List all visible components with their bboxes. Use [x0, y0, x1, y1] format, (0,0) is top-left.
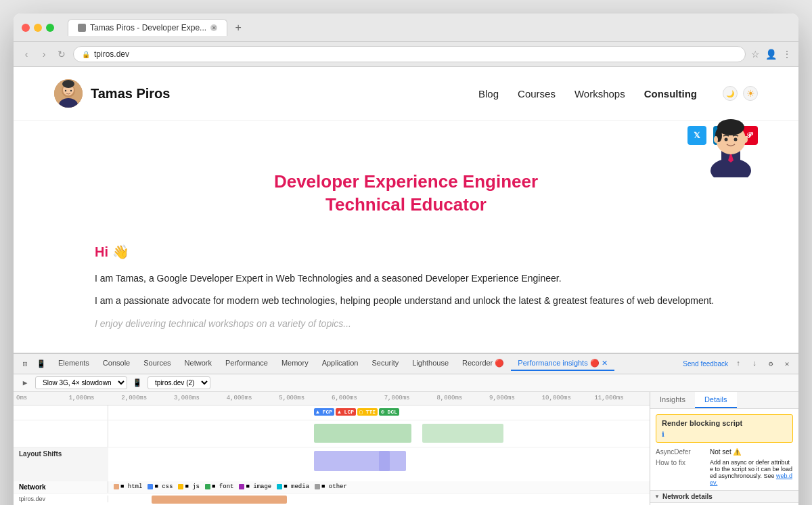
net-bar: [152, 496, 287, 504]
devtools-responsive-icon[interactable]: 📱: [35, 357, 47, 370]
tab-performance[interactable]: Performance: [219, 357, 275, 371]
ruler-marks: 0ms 1,000ms 2,000ms 3,000ms 4,000ms 5,00…: [14, 395, 650, 401]
close-button[interactable]: [22, 24, 30, 32]
intro-paragraph-1: I am Tamas, a Google Developer Expert in…: [95, 271, 717, 287]
legend-css-dot: [148, 484, 153, 489]
mark-8000ms: 8,000ms: [436, 395, 489, 401]
tab-sources[interactable]: Sources: [137, 357, 177, 371]
tab-performance-insights[interactable]: Performance insights 🔴 ✕: [511, 357, 614, 371]
devtools-toolbar: ⊡ 📱 Elements Console Sources Network Per…: [14, 354, 798, 374]
legend-font-dot: [205, 484, 210, 489]
forward-button[interactable]: ›: [38, 48, 50, 60]
alert-title: Render blocking script: [662, 419, 787, 427]
intro-paragraph-3: I enjoy delivering technical workshops o…: [95, 316, 717, 332]
legend-other: ■ other: [315, 483, 347, 490]
new-tab-button[interactable]: +: [231, 21, 245, 35]
minimize-button[interactable]: [34, 24, 42, 32]
network-section: Network ■ html ■ css: [14, 481, 650, 505]
close-devtools-icon[interactable]: ✕: [781, 357, 793, 370]
timeline-ruler: 0ms 1,000ms 2,000ms 3,000ms 4,000ms 5,00…: [14, 392, 650, 405]
nav-consulting[interactable]: Consulting: [644, 88, 697, 100]
tab-application[interactable]: Application: [315, 357, 365, 371]
network-bars: [108, 493, 650, 505]
legend-font-label: ■ font: [212, 483, 233, 490]
mark-6000ms: 6,000ms: [332, 395, 384, 401]
throttle-select[interactable]: Slow 3G, 4× slowdown: [35, 376, 127, 389]
menu-icon[interactable]: ⋮: [782, 49, 792, 60]
async-defer-key: AsyncDefer: [656, 448, 710, 456]
tab-lighthouse[interactable]: Lighthouse: [405, 357, 455, 371]
browser-titlebar: Tamas Piros - Developer Expe... ✕ +: [14, 14, 798, 42]
lcp-marker: ▲ LCP: [336, 408, 356, 416]
export-icon[interactable]: ↑: [732, 357, 744, 370]
legend-js-label: ■ js: [185, 483, 200, 490]
bookmark-icon[interactable]: ☆: [751, 49, 760, 60]
url-text: tpiros.dev: [94, 49, 129, 59]
theme-toggle-sun[interactable]: ☀: [743, 86, 758, 101]
tab-security[interactable]: Security: [365, 357, 405, 371]
legend-media-label: ■ media: [284, 483, 309, 490]
devtools-right-panel: Insights Details Render blocking script …: [650, 392, 798, 505]
devtools-actions: Send feedback ↑ ↓ ⚙ ✕: [683, 357, 793, 370]
collapse-icon[interactable]: ▼: [654, 493, 660, 500]
avatar-image: [54, 79, 83, 108]
maximize-button[interactable]: [46, 24, 54, 32]
site-logo: Tamas Piros: [54, 79, 170, 108]
intro-paragraph-2: I am a passionate advocate for modern we…: [95, 293, 717, 309]
network-rows: tpiros.dev tpiros.dev: [14, 493, 650, 505]
web-dev-link[interactable]: web.dev.: [710, 473, 792, 486]
devtools-main: 0ms 1,000ms 2,000ms 3,000ms 4,000ms 5,00…: [14, 392, 798, 505]
tab-close-button[interactable]: ✕: [210, 24, 217, 31]
network-row[interactable]: tpiros.dev: [14, 493, 650, 505]
nav-blog[interactable]: Blog: [478, 88, 499, 100]
insights-tab[interactable]: Insights: [650, 392, 695, 408]
tab-bar: Tamas Piros - Developer Expe... ✕ +: [68, 19, 790, 36]
network-details-title: Network details: [662, 493, 713, 500]
tab-favicon: [78, 24, 86, 32]
nav-courses[interactable]: Courses: [518, 88, 556, 100]
tab-recorder[interactable]: Recorder 🔴: [455, 357, 511, 371]
main-task-bar-1: [314, 424, 411, 443]
tab-elements[interactable]: Elements: [51, 357, 96, 371]
send-feedback-link[interactable]: Send feedback: [683, 360, 728, 368]
back-button[interactable]: ‹: [20, 48, 32, 60]
layout-shifts-bars: [108, 447, 650, 481]
devtools-panel: ⊡ 📱 Elements Console Sources Network Per…: [14, 353, 798, 505]
settings-icon[interactable]: ⚙: [765, 357, 777, 370]
mark-4000ms: 4,000ms: [227, 395, 279, 401]
svg-point-15: [734, 138, 738, 141]
details-tab[interactable]: Details: [695, 392, 737, 408]
legend-media-dot: [277, 484, 282, 489]
record-icon[interactable]: ▶: [19, 376, 31, 389]
layout-shifts-section: Layout Shifts: [14, 447, 650, 481]
device-icon[interactable]: 📱: [131, 376, 143, 389]
url-select[interactable]: tpiros.dev (2): [148, 376, 210, 389]
url-field[interactable]: 🔒 tpiros.dev: [73, 46, 746, 62]
alert-link[interactable]: ℹ: [662, 431, 664, 438]
mark-2000ms: 2,000ms: [121, 395, 174, 401]
legend-html-dot: [114, 484, 119, 489]
dcl-marker: ⊙ DCL: [379, 408, 399, 416]
async-defer-row: AsyncDefer Not set ⚠️: [656, 448, 793, 456]
tab-memory[interactable]: Memory: [275, 357, 315, 371]
legend-html: ■ html: [114, 483, 142, 490]
svg-point-4: [62, 80, 74, 88]
import-icon[interactable]: ↓: [748, 357, 761, 370]
hi-header: Hi 👋: [95, 244, 717, 260]
mark-10000ms: 10,000ms: [542, 395, 595, 401]
hero-title-line2: Technical Educator: [54, 194, 758, 217]
how-to-fix-row: How to fix Add an async or defer attribu…: [656, 459, 793, 486]
active-tab[interactable]: Tamas Piros - Developer Expe... ✕: [68, 19, 227, 36]
tab-console[interactable]: Console: [96, 357, 137, 371]
async-defer-val: Not set ⚠️: [710, 448, 793, 456]
reload-button[interactable]: ↻: [55, 48, 68, 60]
mark-7000ms: 7,000ms: [384, 395, 437, 401]
theme-toggle-moon[interactable]: 🌙: [723, 86, 738, 101]
profile-icon[interactable]: 👤: [765, 49, 777, 60]
right-panel-tabs: Insights Details: [650, 392, 798, 409]
legend-css-label: ■ css: [154, 483, 173, 490]
tab-network[interactable]: Network: [178, 357, 219, 371]
nav-workshops[interactable]: Workshops: [574, 88, 625, 100]
hero-section: Developer Experience Engineer Technical …: [14, 150, 798, 230]
devtools-inspect-icon[interactable]: ⊡: [19, 357, 31, 370]
